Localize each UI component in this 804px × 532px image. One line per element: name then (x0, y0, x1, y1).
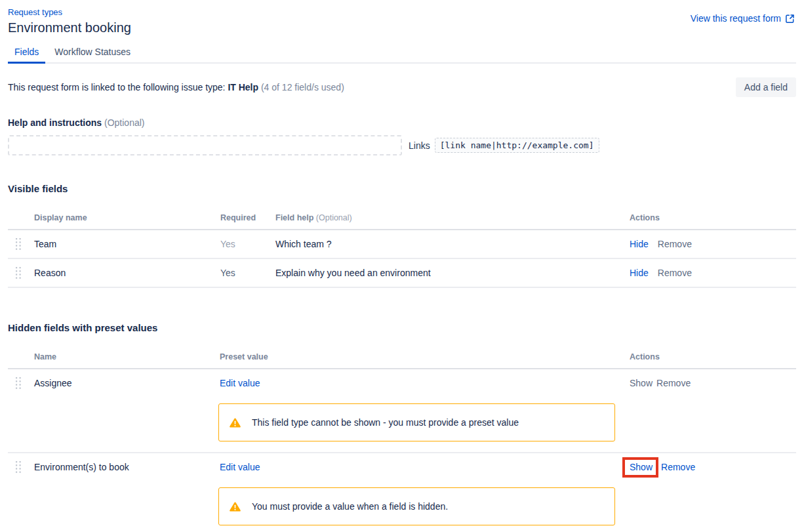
warning-message-text: This field type cannot be shown - you mu… (252, 417, 519, 428)
edit-value-link[interactable]: Edit value (220, 378, 260, 388)
help-instructions-input[interactable] (8, 135, 402, 155)
row-actions: Show Remove (630, 462, 796, 472)
page-title: Environment booking (8, 20, 796, 35)
drag-handle[interactable] (8, 267, 34, 279)
field-display-name: Team (34, 239, 220, 249)
remove-field-link[interactable]: Remove (656, 378, 691, 388)
drag-handle[interactable] (8, 238, 34, 250)
view-request-form-link[interactable]: View this request form (691, 13, 795, 24)
visible-fields-table: Display name Required Field help (Option… (8, 213, 796, 288)
help-instructions-title: Help and instructions (8, 117, 102, 128)
help-instructions-section: Help and instructions (Optional) Links [… (8, 117, 796, 155)
edit-value-link[interactable]: Edit value (220, 462, 260, 472)
field-name: Assignee (34, 378, 220, 388)
drag-handle-icon (16, 461, 21, 473)
table-row-assignee: Assignee Edit value Show Remove This fie… (8, 369, 796, 453)
linked-issue-row: This request form is linked to the follo… (8, 77, 796, 97)
drag-handle-icon (16, 377, 21, 389)
page-header: Request types Environment booking View t… (8, 7, 796, 35)
warning-icon (230, 418, 241, 428)
warning-icon (230, 502, 241, 512)
remove-field-link[interactable]: Remove (658, 268, 692, 278)
drag-handle-icon (16, 238, 21, 250)
show-field-link[interactable]: Show (630, 378, 653, 388)
breadcrumb-request-types[interactable]: Request types (8, 7, 62, 17)
col-display-name: Display name (34, 213, 220, 222)
col-actions: Actions (630, 213, 796, 222)
visible-fields-heading: Visible fields (8, 183, 796, 194)
table-row-environments-to-book: Environment(s) to book Edit value Show R… (8, 453, 796, 532)
row-actions: Hide Remove (630, 268, 796, 278)
show-field-link[interactable]: Show (630, 462, 653, 472)
field-name: Environment(s) to book (34, 462, 220, 472)
drag-handle[interactable] (8, 377, 34, 389)
remove-field-link[interactable]: Remove (658, 239, 692, 249)
warning-message-text: You must provide a value when a field is… (252, 501, 448, 512)
col-field-help: Field help (Optional) (275, 213, 630, 222)
add-field-button[interactable]: Add a field (736, 77, 796, 97)
external-link-icon (785, 14, 795, 24)
field-display-name: Reason (34, 268, 220, 278)
help-instructions-optional: (Optional) (104, 117, 144, 128)
row-actions: Hide Remove (630, 239, 796, 249)
fields-usage-count: (4 of 12 field/s used) (261, 82, 344, 92)
hidden-fields-table-header: Name Preset value Actions (8, 352, 796, 369)
links-syntax-hint: [link name|http://example.com] (435, 138, 599, 153)
row-actions: Show Remove (630, 378, 796, 388)
hide-field-link[interactable]: Hide (630, 239, 649, 249)
field-help-text: Explain why you need an environment (275, 268, 630, 278)
linked-issue-type-text: This request form is linked to the follo… (8, 82, 344, 92)
help-instructions-label: Help and instructions (Optional) (8, 117, 796, 128)
remove-field-link[interactable]: Remove (661, 462, 695, 472)
linked-issue-prefix: This request form is linked to the follo… (8, 82, 226, 92)
help-input-row: Links [link name|http://example.com] (8, 135, 796, 155)
table-row-reason: Reason Yes Explain why you need an envir… (8, 259, 796, 288)
tab-workflow-statuses[interactable]: Workflow Statuses (48, 47, 137, 62)
links-label: Links (409, 140, 430, 151)
warning-message-box: This field type cannot be shown - you mu… (218, 403, 615, 441)
table-row-team: Team Yes Which team ? Hide Remove (8, 230, 796, 259)
hide-field-link[interactable]: Hide (630, 268, 649, 278)
field-required-value: Yes (220, 239, 275, 249)
tab-bar: Fields Workflow Statuses (8, 47, 796, 64)
request-type-settings-page: Request types Environment booking View t… (0, 0, 804, 532)
drag-handle[interactable] (8, 461, 34, 473)
view-request-form-label: View this request form (691, 13, 781, 24)
visible-fields-table-header: Display name Required Field help (Option… (8, 213, 796, 230)
tab-fields[interactable]: Fields (8, 47, 45, 64)
hidden-fields-heading: Hidden fields with preset values (8, 322, 796, 333)
field-required-value: Yes (220, 268, 275, 278)
hidden-fields-table: Name Preset value Actions Assignee Edit … (8, 352, 796, 532)
drag-handle-icon (16, 267, 21, 279)
field-help-text: Which team ? (275, 239, 630, 249)
col-actions: Actions (630, 352, 796, 361)
col-required: Required (220, 213, 275, 222)
warning-message-box: You must provide a value when a field is… (218, 487, 615, 525)
col-field-help-optional: (Optional) (316, 213, 352, 222)
issue-type-name: IT Help (228, 82, 258, 92)
col-name: Name (34, 352, 220, 361)
col-preset-value: Preset value (220, 352, 630, 361)
